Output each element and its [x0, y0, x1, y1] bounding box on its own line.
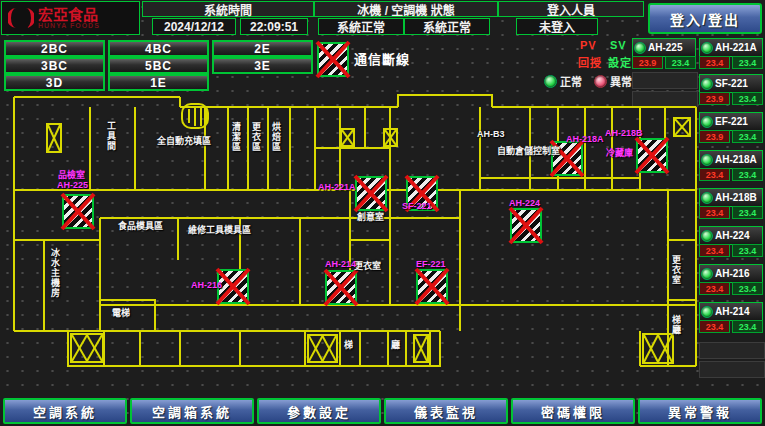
unit-button-ah-221a[interactable]: AH-221A: [699, 38, 763, 57]
room-label: 食品模具區: [118, 221, 163, 231]
nav-button-6[interactable]: 異常警報: [638, 398, 762, 424]
unit-name: SF-221: [715, 78, 748, 89]
unit-values-ah-218a: 23.423.4: [699, 168, 763, 181]
room-label: 更衣室: [671, 255, 681, 285]
floor-button-4bc[interactable]: 4BC: [108, 40, 209, 57]
unit-sv-value: 23.4: [732, 320, 763, 333]
legend-abnormal: 異常: [594, 73, 632, 89]
login-logout-button[interactable]: 登入/登出: [648, 3, 762, 34]
system-time-value: 22:09:51: [240, 18, 308, 35]
room-label: 梯廳: [671, 315, 681, 335]
sv-sub-label: 設定: [608, 54, 632, 70]
hunya-logo-icon: [8, 6, 34, 30]
system-time-label: 系統時間: [142, 1, 314, 17]
unit-normal-led-icon: [701, 306, 713, 318]
room-label: 清潔區: [231, 122, 241, 152]
chiller-status-value: 系統正常: [318, 18, 404, 35]
room-label: 自動倉儲控制室: [497, 146, 560, 156]
stairs-icon: [70, 333, 104, 363]
unit-normal-led-icon: [701, 42, 713, 54]
unit-button-ah-216[interactable]: AH-216: [699, 264, 763, 283]
nav-button-2[interactable]: 空調箱系統: [130, 398, 254, 424]
normal-led-icon: [544, 75, 557, 88]
unit-sv-value: 23.4: [732, 92, 763, 105]
offline-ahu-icon[interactable]: [636, 138, 668, 173]
stairs-icon: [413, 334, 429, 363]
unit-button-ah-225[interactable]: AH-225: [632, 38, 696, 57]
unit-values-ah-214: 23.423.4: [699, 320, 763, 333]
room-label: 廳: [391, 340, 400, 350]
hvac-scada-screen: { "header": { "logo_title": "宏亞食品", "log…: [0, 0, 765, 426]
room-label: 電梯: [112, 308, 130, 318]
unit-values-ah-225: 23.923.4: [632, 56, 696, 69]
floor-button-3e[interactable]: 3E: [212, 57, 313, 74]
unit-pv-value: 23.4: [699, 56, 730, 69]
stairs-icon: [46, 123, 62, 153]
nav-button-4[interactable]: 儀表監視: [384, 398, 508, 424]
nav-button-1[interactable]: 空調系統: [3, 398, 127, 424]
unit-values-ah-224: 23.423.4: [699, 244, 763, 257]
empty-slot: [699, 342, 765, 359]
unit-name: AH-221A: [715, 42, 757, 53]
sv-header: SV: [610, 39, 627, 51]
unit-name: AH-225: [648, 42, 682, 53]
room-label: 維修工具模具區: [188, 225, 251, 235]
ahu-tag-label: AH-216: [191, 281, 222, 290]
ahu-tag-label: AH-214: [325, 260, 356, 269]
room-label: 工具間: [106, 121, 116, 151]
offline-ahu-icon[interactable]: [510, 208, 542, 243]
unit-name: AH-216: [715, 268, 749, 279]
offline-ahu-icon[interactable]: [416, 269, 448, 304]
room-label: 更衣室: [354, 261, 381, 271]
empty-slot: [632, 72, 698, 89]
unit-button-ah-224[interactable]: AH-224: [699, 226, 763, 245]
unit-sv-value: 23.4: [732, 168, 763, 181]
room-label: 更衣區: [251, 122, 261, 152]
stairs-icon: [383, 128, 398, 147]
floor-button-1e[interactable]: 1E: [108, 74, 209, 91]
unit-sv-value: 23.4: [732, 206, 763, 219]
login-status-value: 未登入: [516, 18, 598, 35]
unit-button-ah-214[interactable]: AH-214: [699, 302, 763, 321]
unit-button-ef-221[interactable]: EF-221: [699, 112, 763, 131]
unit-sv-value: 23.4: [732, 244, 763, 257]
empty-slot: [632, 91, 698, 107]
unit-values-ah-216: 23.423.4: [699, 282, 763, 295]
ahu-tag-label: AH-225: [57, 181, 88, 190]
unit-button-ah-218b[interactable]: AH-218B: [699, 188, 763, 207]
unit-name: EF-221: [715, 116, 748, 127]
ahu-tag-label: AH-218B: [605, 129, 643, 138]
logo: 宏亞食品 HUNYA FOODS: [1, 1, 140, 35]
unit-sv-value: 23.4: [665, 56, 696, 69]
pv-sub-label: 回授: [578, 54, 602, 70]
unit-normal-led-icon: [701, 230, 713, 242]
comm-loss-legend-icon: [317, 42, 349, 77]
stairs-icon: [642, 333, 674, 364]
abnormal-led-icon: [594, 75, 607, 88]
floor-button-3bc[interactable]: 3BC: [4, 57, 105, 74]
floor-button-3d[interactable]: 3D: [4, 74, 105, 91]
ahu-status-value: 系統正常: [404, 18, 490, 35]
offline-ahu-icon[interactable]: [325, 270, 357, 305]
unit-sv-value: 23.4: [732, 56, 763, 69]
room-label: AH-B3: [477, 129, 505, 139]
unit-name: AH-224: [715, 230, 749, 241]
unit-button-ah-218a[interactable]: AH-218A: [699, 150, 763, 169]
room-label: 冰水主機房: [50, 248, 60, 298]
stairs-icon: [307, 334, 338, 363]
system-date-value: 2024/12/12: [152, 18, 236, 35]
nav-button-3[interactable]: 參數設定: [257, 398, 381, 424]
unit-normal-led-icon: [701, 154, 713, 166]
unit-pv-value: 23.4: [699, 244, 730, 257]
floor-button-2bc[interactable]: 2BC: [4, 40, 105, 57]
nav-button-5[interactable]: 密碼權限: [511, 398, 635, 424]
unit-button-sf-221[interactable]: SF-221: [699, 74, 763, 93]
offline-ahu-icon[interactable]: [62, 194, 94, 229]
stairs-icon: [673, 117, 691, 137]
floor-button-2e[interactable]: 2E: [212, 40, 313, 57]
floor-button-5bc[interactable]: 5BC: [108, 57, 209, 74]
legend-abnormal-label: 異常: [610, 73, 632, 89]
offline-ahu-icon[interactable]: [355, 176, 387, 211]
unit-values-ef-221: 23.923.4: [699, 130, 763, 143]
unit-pv-value: 23.9: [699, 92, 730, 105]
